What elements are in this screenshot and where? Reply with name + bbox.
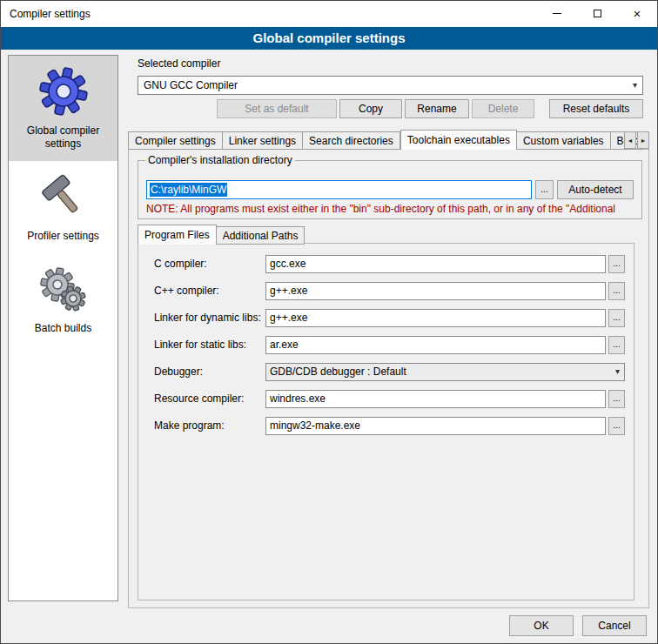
window-controls: × [537,1,657,26]
field-row-cpp-compiler: C++ compiler: g++.exe ... [154,281,625,300]
close-icon: × [634,7,641,20]
sidebar-item-batch-builds[interactable]: Batch builds [9,253,118,345]
tab-custom-variables[interactable]: Custom variables [517,131,611,150]
chevron-down-icon: ▾ [615,366,620,376]
dialog-header: Global compiler settings [1,27,657,50]
cancel-button[interactable]: Cancel [582,615,647,636]
linker-dynamic-value: g++.exe [270,312,307,324]
cpp-compiler-value: g++.exe [270,285,307,297]
linker-static-input[interactable]: ar.exe [265,336,606,354]
program-tabstrip: Program Files Additional Paths [138,225,305,245]
installation-directory-label: Compiler's installation directory [145,154,295,166]
reset-defaults-button[interactable]: Reset defaults [549,99,643,118]
chevron-down-icon: ▾ [633,80,637,90]
make-program-input[interactable]: mingw32-make.exe [265,417,606,435]
resource-compiler-label: Resource compiler: [154,392,265,405]
linker-dynamic-input[interactable]: g++.exe [265,309,606,327]
minimize-icon [553,13,561,14]
installation-directory-row: C:\raylib\MinGW ... Auto-detect [146,180,634,199]
compiler-button-row: Set as default Copy Rename Delete Reset … [138,99,643,118]
installation-directory-browse-button[interactable]: ... [535,180,554,199]
tab-scroll-arrows: ◄ ► [624,131,649,149]
delete-button[interactable]: Delete [472,99,534,118]
field-row-resource-compiler: Resource compiler: windres.exe ... [154,389,625,408]
c-compiler-label: C compiler: [154,258,265,270]
window-title: Compiler settings [1,8,91,20]
sidebar-item-label: Batch builds [12,322,114,335]
maximize-icon [594,10,601,17]
sidebar-item-label: Profiler settings [12,230,114,243]
tab-program-files[interactable]: Program Files [138,225,217,245]
scroll-left-icon: ◄ [628,138,634,144]
tab-search-directories[interactable]: Search directories [303,131,400,150]
tab-scroll-left-button[interactable]: ◄ [624,131,636,149]
linker-dynamic-label: Linker for dynamic libs: [154,312,265,324]
field-row-linker-static: Linker for static libs: ar.exe ... [154,335,625,354]
set-as-default-button[interactable]: Set as default [217,99,337,118]
make-program-value: mingw32-make.exe [270,419,360,432]
c-compiler-input[interactable]: gcc.exe [265,255,606,273]
tab-toolchain-executables[interactable]: Toolchain executables [400,130,517,150]
bin-subdirectory-note: NOTE: All programs must exist either in … [146,203,641,215]
close-button[interactable]: × [617,1,657,26]
blue-gear-icon [38,66,89,117]
resource-compiler-input[interactable]: windres.exe [265,390,606,408]
compiler-settings-dialog: Compiler settings × Global compiler sett… [0,0,658,644]
settings-category-list: Global compiler settings Profiler settin… [8,55,118,601]
resource-compiler-value: windres.exe [270,392,326,405]
gray-gears-icon [38,264,89,314]
tab-additional-paths[interactable]: Additional Paths [217,226,306,245]
settings-tabstrip: Compiler settings Linker settings Search… [128,130,650,150]
resource-compiler-browse-button[interactable]: ... [608,390,625,408]
field-row-make-program: Make program: mingw32-make.exe ... [154,416,625,435]
rename-button[interactable]: Rename [405,99,469,118]
selected-compiler-dropdown[interactable]: GNU GCC Compiler ▾ [138,76,643,95]
linker-static-value: ar.exe [270,339,299,351]
linker-dynamic-browse-button[interactable]: ... [608,309,625,327]
debugger-dropdown[interactable]: GDB/CDB debugger : Default ▾ [265,363,625,381]
ok-button[interactable]: OK [509,615,574,636]
field-row-debugger: Debugger: GDB/CDB debugger : Default ▾ [154,362,625,381]
debugger-value: GDB/CDB debugger : Default [270,366,406,378]
dialog-footer: OK Cancel [509,615,647,636]
cpp-compiler-input[interactable]: g++.exe [265,282,606,300]
installation-directory-group: Compiler's installation directory C:\ray… [138,160,642,219]
auto-detect-button[interactable]: Auto-detect [557,180,634,199]
main-panel: Selected compiler GNU GCC Compiler ▾ Set… [127,55,650,643]
toolchain-executables-page: Compiler's installation directory C:\ray… [128,149,649,608]
scroll-right-icon: ► [641,138,647,144]
installation-directory-input[interactable]: C:\raylib\MinGW [146,180,532,199]
sidebar-item-global-compiler-settings[interactable]: Global compiler settings [9,56,118,161]
tab-compiler-settings[interactable]: Compiler settings [128,131,223,150]
c-compiler-value: gcc.exe [270,258,306,270]
installation-directory-value: C:\raylib\MinGW [150,183,227,197]
sidebar-item-profiler-settings[interactable]: Profiler settings [9,161,118,253]
linker-static-label: Linker for static libs: [154,339,265,351]
titlebar[interactable]: Compiler settings × [1,1,657,27]
program-files-page: C compiler: gcc.exe ... C++ compiler: g+… [138,243,634,600]
make-program-browse-button[interactable]: ... [608,417,625,435]
tab-scroll-right-button[interactable]: ► [637,131,649,149]
field-row-c-compiler: C compiler: gcc.exe ... [154,254,625,273]
maximize-button[interactable] [577,1,617,26]
c-compiler-browse-button[interactable]: ... [608,255,625,273]
field-row-linker-dynamic: Linker for dynamic libs: g++.exe ... [154,308,625,327]
linker-static-browse-button[interactable]: ... [608,336,625,354]
tab-linker-settings[interactable]: Linker settings [223,131,303,150]
selected-compiler-value: GNU GCC Compiler [144,79,238,91]
sidebar-item-label: Global compiler settings [12,124,114,151]
debugger-label: Debugger: [154,366,265,378]
cpp-compiler-label: C++ compiler: [154,285,265,297]
minimize-button[interactable] [537,1,577,26]
hammer-icon [38,171,89,222]
selected-compiler-label: Selected compiler [138,57,220,70]
cpp-compiler-browse-button[interactable]: ... [608,282,625,300]
copy-button[interactable]: Copy [339,99,402,118]
make-program-label: Make program: [154,419,265,432]
